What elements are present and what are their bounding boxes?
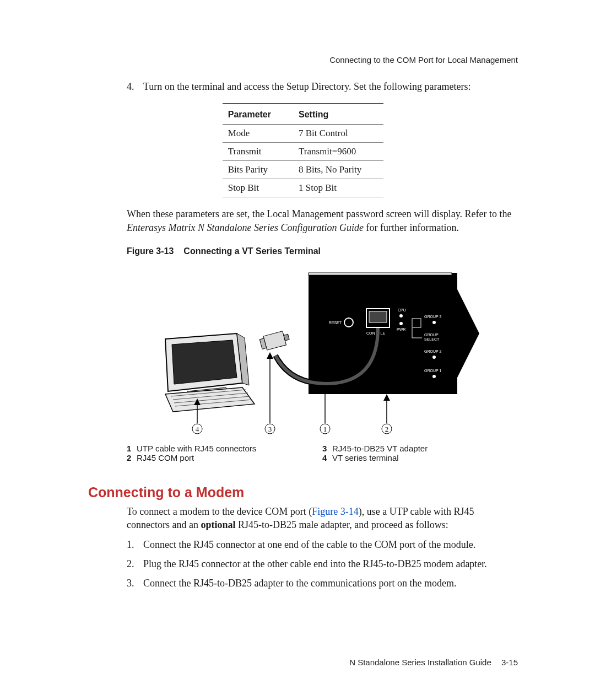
device-label-group-select-a: GROUP bbox=[424, 333, 439, 337]
callout-4: 4 bbox=[192, 424, 202, 434]
after-table-paragraph: When these parameters are set, the Local… bbox=[127, 207, 518, 234]
table-cell: 1 Stop Bit bbox=[293, 179, 383, 197]
step-text: Connect the RJ45 connector at one end of… bbox=[143, 537, 475, 553]
table-cell: 7 Bit Control bbox=[293, 125, 383, 143]
table-cell: Bits Parity bbox=[223, 161, 293, 179]
step-number: 2. bbox=[127, 556, 143, 572]
bold-text: optional bbox=[201, 519, 235, 530]
legend-text: VT series terminal bbox=[332, 453, 399, 462]
table-header-row: Parameter Setting bbox=[223, 104, 384, 125]
device-label-pwr: PWR bbox=[397, 327, 405, 331]
text: To connect a modem to the device COM por… bbox=[127, 506, 312, 517]
svg-rect-2 bbox=[369, 311, 387, 322]
keyboard-icon bbox=[165, 387, 255, 412]
svg-point-8 bbox=[432, 356, 436, 359]
legend-num: 1 bbox=[127, 444, 137, 453]
table-cell: Stop Bit bbox=[223, 179, 293, 197]
device-label-group-select-b: SELECT bbox=[424, 337, 440, 341]
device-label-reset: RESET bbox=[329, 321, 342, 325]
modem-intro-paragraph: To connect a modem to the device COM por… bbox=[127, 505, 518, 532]
table-cell: Transmit=9600 bbox=[293, 143, 383, 161]
table-row: Transmit Transmit=9600 bbox=[223, 143, 384, 161]
step-text: Connect the RJ45-to-DB25 adapter to the … bbox=[143, 575, 456, 591]
text: for further information. bbox=[364, 222, 459, 233]
parameter-table: Parameter Setting Mode 7 Bit Control Tra… bbox=[223, 103, 384, 197]
svg-point-4 bbox=[344, 318, 353, 327]
legend-text: UTP cable with RJ45 connectors bbox=[137, 444, 256, 453]
modem-steps-list: 1. Connect the RJ45 connector at one end… bbox=[127, 537, 518, 591]
svg-rect-0 bbox=[309, 273, 452, 275]
svg-text:3: 3 bbox=[268, 425, 272, 433]
list-item: 3. Connect the RJ45-to-DB25 adapter to t… bbox=[127, 575, 518, 591]
list-item: 1. Connect the RJ45 connector at one end… bbox=[127, 537, 518, 553]
running-header: Connecting to the COM Port for Local Man… bbox=[329, 55, 518, 64]
table-header: Parameter bbox=[223, 104, 293, 125]
page-footer: N Standalone Series Installation Guide 3… bbox=[349, 658, 518, 667]
table-cell: Transmit bbox=[223, 143, 293, 161]
table-header: Setting bbox=[293, 104, 383, 125]
step-number: 1. bbox=[127, 537, 143, 553]
figure-caption: Figure 3-13Connecting a VT Series Termin… bbox=[127, 246, 518, 256]
legend-text: RJ45 COM port bbox=[137, 453, 194, 462]
page-content: 4. Turn on the terminal and access the S… bbox=[88, 80, 518, 591]
step-number: 4. bbox=[127, 80, 143, 93]
legend-num: 2 bbox=[127, 453, 137, 462]
legend-item: 1 UTP cable with RJ45 connectors bbox=[127, 444, 300, 453]
svg-point-9 bbox=[432, 375, 436, 378]
callout-1: 1 bbox=[320, 424, 330, 434]
footer-guide-title: N Standalone Series Installation Guide bbox=[349, 658, 491, 667]
list-item: 2. Plug the RJ45 connector at the other … bbox=[127, 556, 518, 572]
step-number: 3. bbox=[127, 575, 143, 591]
step-4: 4. Turn on the terminal and access the S… bbox=[127, 80, 518, 93]
table-cell: Mode bbox=[223, 125, 293, 143]
table-row: Mode 7 Bit Control bbox=[223, 125, 384, 143]
svg-text:1: 1 bbox=[323, 425, 327, 433]
cross-reference-link[interactable]: Figure 3-14 bbox=[312, 506, 359, 517]
callout-2: 2 bbox=[382, 424, 392, 434]
svg-point-7 bbox=[432, 321, 436, 324]
device-label-cpu: CPU bbox=[398, 308, 406, 312]
step-text: Plug the RJ45 connector at the other cab… bbox=[143, 556, 487, 572]
svg-point-3 bbox=[399, 314, 403, 317]
table-row: Stop Bit 1 Stop Bit bbox=[223, 179, 384, 197]
svg-text:2: 2 bbox=[385, 425, 389, 433]
footer-page-number: 3-15 bbox=[501, 658, 518, 667]
svg-rect-10 bbox=[263, 331, 286, 350]
legend-text: RJ45-to-DB25 VT adapter bbox=[332, 444, 428, 453]
figure-diagram: CPU RESET CONSOLE PWR GROUP SELECT GROUP… bbox=[127, 267, 479, 438]
legend-num: 3 bbox=[322, 444, 332, 453]
table-row: Bits Parity 8 Bits, No Parity bbox=[223, 161, 384, 179]
legend-item: 2 RJ45 COM port bbox=[127, 453, 300, 462]
device-label-group2: GROUP 2 bbox=[424, 349, 441, 353]
section-heading: Connecting to a Modem bbox=[88, 484, 518, 500]
svg-point-5 bbox=[399, 322, 403, 325]
legend-item: 4 VT series terminal bbox=[322, 453, 496, 462]
device-label-group3: GROUP 3 bbox=[424, 315, 441, 319]
terminal-diagram-svg: CPU RESET CONSOLE PWR GROUP SELECT GROUP… bbox=[127, 267, 479, 438]
device-label-group1: GROUP 1 bbox=[424, 369, 441, 373]
document-page: Connecting to the COM Port for Local Man… bbox=[0, 0, 595, 700]
callout-3: 3 bbox=[265, 424, 275, 434]
svg-text:4: 4 bbox=[196, 425, 199, 433]
citation-italic: Enterasys Matrix N Standalone Series Con… bbox=[127, 222, 364, 233]
step-text: Turn on the terminal and access the Setu… bbox=[143, 80, 471, 93]
legend-num: 4 bbox=[322, 453, 332, 462]
legend-item: 3 RJ45-to-DB25 VT adapter bbox=[322, 444, 496, 453]
text: When these parameters are set, the Local… bbox=[127, 208, 512, 219]
text: RJ45-to-DB25 male adapter, and proceed a… bbox=[235, 519, 448, 530]
figure-title: Connecting a VT Series Terminal bbox=[183, 246, 321, 256]
table-cell: 8 Bits, No Parity bbox=[293, 161, 383, 179]
figure-legend: 1 UTP cable with RJ45 connectors 2 RJ45 … bbox=[127, 444, 518, 462]
figure-label: Figure 3-13 bbox=[127, 246, 174, 256]
